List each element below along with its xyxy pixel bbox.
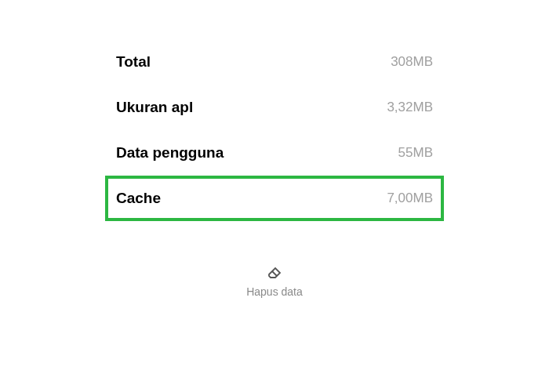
- storage-info-list: Total 308MB Ukuran apl 3,32MB Data pengg…: [0, 0, 549, 298]
- svg-line-0: [272, 271, 277, 276]
- user-data-label: Data pengguna: [116, 144, 224, 162]
- clear-data-label: Hapus data: [246, 285, 303, 298]
- cache-label: Cache: [116, 190, 161, 207]
- user-data-value: 55MB: [398, 145, 433, 161]
- clear-data-button[interactable]: Hapus data: [108, 260, 441, 298]
- eraser-icon: [264, 260, 285, 281]
- cache-value: 7,00MB: [387, 191, 433, 206]
- total-label: Total: [116, 53, 151, 71]
- total-row: Total 308MB: [108, 39, 441, 85]
- cache-row[interactable]: Cache 7,00MB: [105, 176, 444, 221]
- app-size-row: Ukuran apl 3,32MB: [108, 85, 441, 130]
- total-value: 308MB: [391, 54, 433, 70]
- app-size-label: Ukuran apl: [116, 99, 193, 116]
- app-size-value: 3,32MB: [387, 100, 433, 115]
- user-data-row: Data pengguna 55MB: [108, 130, 441, 176]
